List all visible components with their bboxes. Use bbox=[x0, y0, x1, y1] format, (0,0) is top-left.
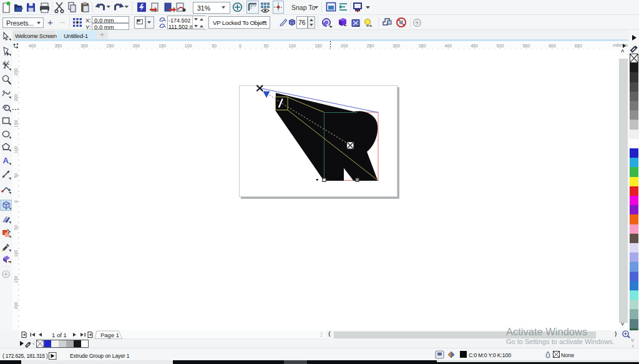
svg-text:1 of 1: 1 of 1 bbox=[52, 332, 67, 338]
svg-text:A: A bbox=[3, 156, 9, 165]
svg-text:Page 1: Page 1 bbox=[100, 332, 119, 338]
